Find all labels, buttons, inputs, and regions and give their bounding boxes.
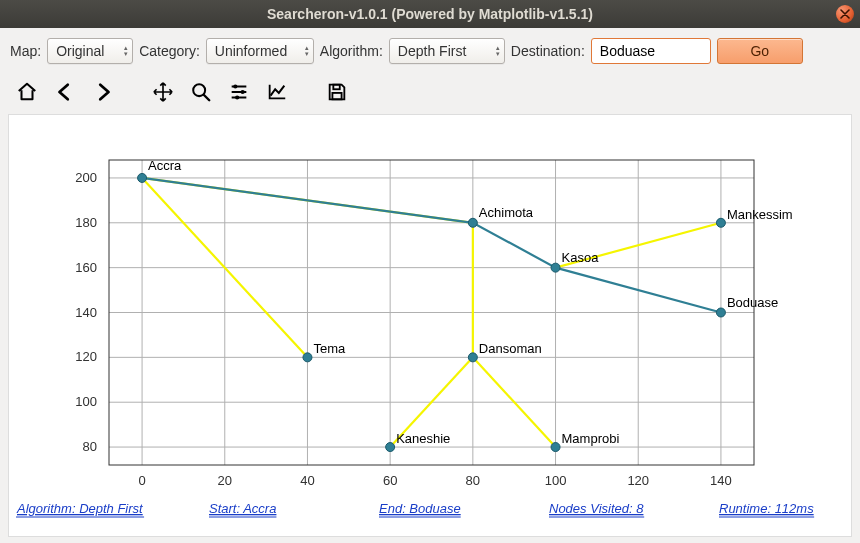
- map-select-value: Original: [56, 43, 104, 59]
- zoom-icon[interactable]: [186, 78, 216, 106]
- svg-text:40: 40: [300, 473, 314, 488]
- footer-end[interactable]: End: Boduase: [379, 501, 461, 516]
- graph-node: [138, 173, 147, 182]
- forward-icon[interactable]: [88, 78, 118, 106]
- destination-label: Destination:: [511, 43, 585, 59]
- footer-runtime[interactable]: Runtime: 112ms: [719, 501, 814, 516]
- graph-node-label: Kaneshie: [396, 431, 450, 446]
- chevron-updown-icon: ▴▾: [124, 45, 128, 57]
- graph-node-label: Mamprobi: [562, 431, 620, 446]
- plot-area[interactable]: 02040608010012014080100120140160180200Ac…: [8, 114, 852, 537]
- algorithm-select[interactable]: Depth First ▴▾: [389, 38, 505, 64]
- plot-toolbar: [0, 72, 860, 114]
- window-title: Searcheron-v1.0.1 (Powered by Matplotlib…: [267, 6, 593, 22]
- graph-node: [386, 443, 395, 452]
- svg-text:80: 80: [83, 439, 97, 454]
- chevron-updown-icon: ▴▾: [496, 45, 500, 57]
- svg-text:200: 200: [75, 170, 97, 185]
- svg-point-3: [235, 95, 239, 99]
- svg-point-1: [233, 84, 237, 88]
- graph-node: [468, 353, 477, 362]
- graph-node: [468, 218, 477, 227]
- svg-text:100: 100: [75, 394, 97, 409]
- edit-curves-icon[interactable]: [262, 78, 292, 106]
- graph-node-label: Tema: [313, 341, 346, 356]
- svg-text:180: 180: [75, 215, 97, 230]
- svg-text:120: 120: [627, 473, 649, 488]
- graph-node-label: Mankessim: [727, 207, 793, 222]
- window-titlebar: Searcheron-v1.0.1 (Powered by Matplotlib…: [0, 0, 860, 28]
- graph-node: [551, 263, 560, 272]
- graph-node: [303, 353, 312, 362]
- graph-node-label: Dansoman: [479, 341, 542, 356]
- svg-text:140: 140: [710, 473, 732, 488]
- svg-text:80: 80: [466, 473, 480, 488]
- svg-point-2: [241, 90, 245, 94]
- svg-text:120: 120: [75, 349, 97, 364]
- save-icon[interactable]: [322, 78, 352, 106]
- algorithm-select-value: Depth First: [398, 43, 466, 59]
- go-button[interactable]: Go: [717, 38, 803, 64]
- map-select[interactable]: Original ▴▾: [47, 38, 133, 64]
- graph-node-label: Achimota: [479, 205, 534, 220]
- category-select[interactable]: Uninformed ▴▾: [206, 38, 314, 64]
- graph-node-label: Boduase: [727, 295, 778, 310]
- close-icon[interactable]: [836, 5, 854, 23]
- graph-node-label: Kasoa: [562, 250, 600, 265]
- graph-node: [716, 308, 725, 317]
- svg-rect-5: [332, 93, 341, 99]
- controls-row: Map: Original ▴▾ Category: Uninformed ▴▾…: [0, 28, 860, 72]
- svg-text:100: 100: [545, 473, 567, 488]
- footer-start[interactable]: Start: Accra: [209, 501, 276, 516]
- category-select-value: Uninformed: [215, 43, 287, 59]
- graph-node: [551, 443, 560, 452]
- configure-icon[interactable]: [224, 78, 254, 106]
- footer-visited[interactable]: Nodes Visited: 8: [549, 501, 644, 516]
- category-label: Category:: [139, 43, 200, 59]
- svg-text:140: 140: [75, 305, 97, 320]
- algorithm-label: Algorithm:: [320, 43, 383, 59]
- destination-input[interactable]: [591, 38, 711, 64]
- map-label: Map:: [10, 43, 41, 59]
- pan-icon[interactable]: [148, 78, 178, 106]
- home-icon[interactable]: [12, 78, 42, 106]
- svg-text:20: 20: [218, 473, 232, 488]
- back-icon[interactable]: [50, 78, 80, 106]
- svg-text:60: 60: [383, 473, 397, 488]
- svg-rect-4: [333, 85, 339, 90]
- graph-node-label: Accra: [148, 158, 182, 173]
- footer-algorithm[interactable]: Algorithm: Depth First: [16, 501, 144, 516]
- svg-text:0: 0: [138, 473, 145, 488]
- chevron-updown-icon: ▴▾: [305, 45, 309, 57]
- graph-node: [716, 218, 725, 227]
- svg-text:160: 160: [75, 260, 97, 275]
